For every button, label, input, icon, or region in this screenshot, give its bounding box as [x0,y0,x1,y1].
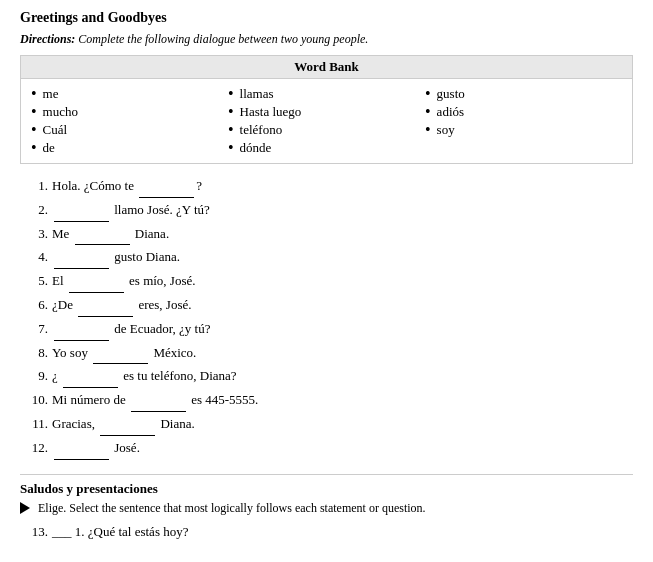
bullet-icon: • [425,122,431,138]
word-bank-grid: •me •mucho •Cuál •de •llamas •Hasta lueg… [21,79,632,163]
section2-title: Saludos y presentaciones [20,481,633,497]
bullet-icon: • [228,140,234,156]
word-bank-col2: •llamas •Hasta luego •teléfono •dónde [228,83,425,159]
word-bank-item: •de [31,139,228,157]
exercise-text: Yo soy México. [52,343,196,365]
exercise-text: Me Diana. [52,224,169,246]
blank-line[interactable] [54,319,109,341]
word-bank-item: •Hasta luego [228,103,425,121]
bullet-icon: • [425,86,431,102]
exercise-item-1: 1.Hola. ¿Cómo te ? [20,176,633,198]
exercise-text: de Ecuador, ¿y tú? [52,319,210,341]
blank-line[interactable] [75,224,130,246]
exercise-text: Gracias, Diana. [52,414,195,436]
exercise-text: gusto Diana. [52,247,180,269]
bullet-icon: • [31,140,37,156]
exercise-text: llamo José. ¿Y tú? [52,200,210,222]
exercise-num: 4. [20,247,48,268]
exercise-item-13: 13. ___ 1. ¿Qué tal estás hoy? [20,522,633,543]
word-bank-item: •soy [425,121,622,139]
word-bank-item: •mucho [31,103,228,121]
bullet-icon: • [31,86,37,102]
exercise-num-13: 13. [20,522,48,543]
exercise-num: 7. [20,319,48,340]
word-bank-header: Word Bank [21,56,632,79]
word-bank-item: •dónde [228,139,425,157]
exercise-item-12: 12. José. [20,438,633,460]
section2-instruction-text: Elige. Select the sentence that most log… [38,501,426,516]
exercise-text-13: ___ 1. ¿Qué tal estás hoy? [52,522,188,543]
exercise-text: ¿De eres, José. [52,295,192,317]
word-bank-item: •Cuál [31,121,228,139]
blank-line[interactable] [131,390,186,412]
exercise-num: 9. [20,366,48,387]
blank-line[interactable] [139,176,194,198]
section-divider [20,474,633,475]
exercise-text: ¿ es tu teléfono, Diana? [52,366,237,388]
exercise-num: 3. [20,224,48,245]
page-title: Greetings and Goodbyes [20,10,633,26]
exercise-num: 11. [20,414,48,435]
exercise-num: 8. [20,343,48,364]
word-bank-item: •gusto [425,85,622,103]
exercise-num: 6. [20,295,48,316]
blank-line[interactable] [93,343,148,365]
word-bank-item: •me [31,85,228,103]
exercise-item-3: 3.Me Diana. [20,224,633,246]
exercise-num: 12. [20,438,48,459]
word-bank-col1: •me •mucho •Cuál •de [31,83,228,159]
word-bank-col3: •gusto •adiós •soy [425,83,622,159]
directions: Directions: Complete the following dialo… [20,32,633,47]
exercise-item-2: 2. llamo José. ¿Y tú? [20,200,633,222]
bullet-icon: • [31,122,37,138]
exercise-item-9: 9.¿ es tu teléfono, Diana? [20,366,633,388]
exercise-text: Mi número de es 445-5555. [52,390,258,412]
bullet-icon: • [425,104,431,120]
section2-instruction: Elige. Select the sentence that most log… [20,501,633,516]
blank-line[interactable] [54,247,109,269]
bullet-icon: • [228,86,234,102]
exercise-num: 2. [20,200,48,221]
blank-line[interactable] [100,414,155,436]
blank-line[interactable] [69,271,124,293]
exercise-text: Hola. ¿Cómo te ? [52,176,202,198]
exercise-num: 10. [20,390,48,411]
exercise-item-8: 8.Yo soy México. [20,343,633,365]
word-bank: Word Bank •me •mucho •Cuál •de •llamas •… [20,55,633,164]
exercise-item-5: 5.El es mío, José. [20,271,633,293]
bullet-icon: • [31,104,37,120]
blank-line[interactable] [54,200,109,222]
exercise-text: El es mío, José. [52,271,196,293]
exercise-item-10: 10.Mi número de es 445-5555. [20,390,633,412]
exercise-num: 1. [20,176,48,197]
blank-line[interactable] [78,295,133,317]
exercise-item-7: 7. de Ecuador, ¿y tú? [20,319,633,341]
word-bank-item: •teléfono [228,121,425,139]
word-bank-item: •adiós [425,103,622,121]
word-bank-item: •llamas [228,85,425,103]
exercise-num: 5. [20,271,48,292]
directions-label: Directions: [20,32,75,46]
exercises-section: 1.Hola. ¿Cómo te ?2. llamo José. ¿Y tú?3… [20,176,633,460]
play-icon [20,502,30,514]
exercise-item-4: 4. gusto Diana. [20,247,633,269]
exercise-text: José. [52,438,140,460]
blank-line[interactable] [63,366,118,388]
exercise-item-11: 11.Gracias, Diana. [20,414,633,436]
exercise-item-6: 6.¿De eres, José. [20,295,633,317]
blank-line[interactable] [54,438,109,460]
directions-body: Complete the following dialogue between … [78,32,368,46]
bullet-icon: • [228,122,234,138]
bullet-icon: • [228,104,234,120]
